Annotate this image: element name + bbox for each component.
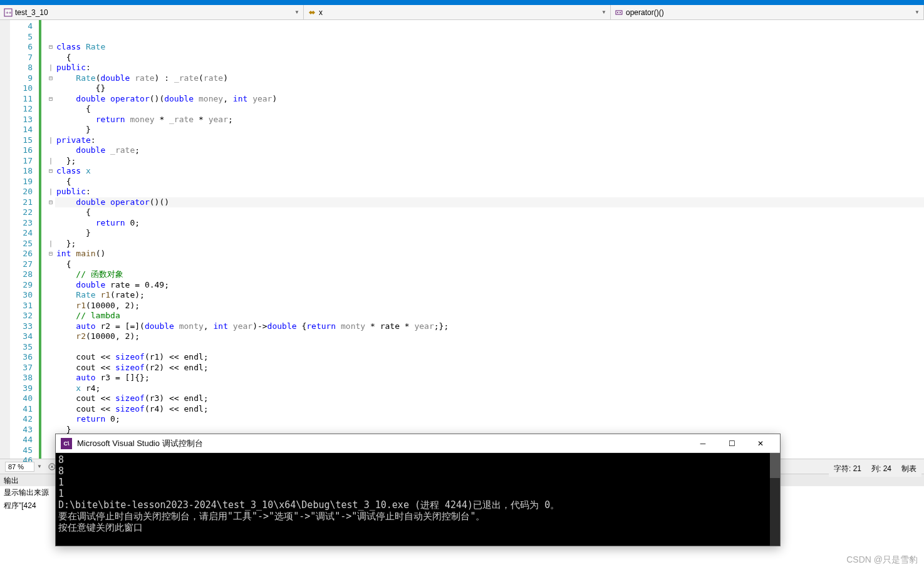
scrollbar-thumb[interactable] xyxy=(770,453,780,478)
line-number: 6 xyxy=(10,42,33,53)
fold-guide xyxy=(46,32,55,43)
fold-guide xyxy=(46,311,55,321)
code-line[interactable]: auto r3 = []{}; xyxy=(55,373,924,383)
code-line[interactable]: { xyxy=(55,104,924,115)
fold-guide xyxy=(46,177,55,187)
code-line[interactable]: { xyxy=(55,207,924,218)
scope-dropdown-class[interactable]: x ▼ xyxy=(304,5,611,19)
line-number: 9 xyxy=(10,73,33,84)
code-line[interactable]: { xyxy=(55,259,924,270)
fold-toggle[interactable]: ⊟ xyxy=(46,249,55,259)
fold-toggle[interactable]: ⊟ xyxy=(46,73,55,84)
vs-icon: C\ xyxy=(61,438,72,449)
chevron-down-icon: ▼ xyxy=(601,9,606,15)
svg-rect-2 xyxy=(616,11,622,14)
code-line[interactable]: } xyxy=(55,125,924,135)
code-line[interactable]: {} xyxy=(55,83,924,94)
code-line[interactable]: int main() xyxy=(55,249,924,259)
code-line[interactable] xyxy=(55,21,924,32)
watermark: CSDN @只是雪豹 xyxy=(846,554,918,566)
zoom-dropdown[interactable]: 87 % xyxy=(5,462,34,472)
zoom-control[interactable]: 87 % ▼ xyxy=(5,462,42,472)
code-line[interactable]: // lambda xyxy=(55,311,924,321)
code-line[interactable]: r1(10000, 2); xyxy=(55,301,924,311)
line-number: 23 xyxy=(10,218,33,229)
line-number: 38 xyxy=(10,373,33,383)
code-line[interactable]: { xyxy=(55,177,924,187)
scope-dropdown-file[interactable]: ++ test_3_10 ▼ xyxy=(0,5,304,19)
code-line[interactable]: }; xyxy=(55,156,924,167)
fold-guide xyxy=(46,342,55,353)
line-number: 32 xyxy=(10,311,33,321)
code-line[interactable]: class Rate xyxy=(55,42,924,53)
fold-toggle[interactable]: ⊟ xyxy=(46,94,55,105)
console-scrollbar[interactable] xyxy=(770,453,780,546)
line-number: 16 xyxy=(10,145,33,156)
console-output[interactable]: 8811D:\bite\bite-lesson2023-2024\test_3_… xyxy=(56,453,780,546)
console-titlebar[interactable]: C\ Microsoft Visual Studio 调试控制台 ─ ☐ ✕ xyxy=(56,434,780,453)
code-line[interactable]: cout << sizeof(r1) << endl; xyxy=(55,352,924,363)
line-number: 13 xyxy=(10,115,33,125)
line-number: 43 xyxy=(10,425,33,435)
line-number: 8 xyxy=(10,63,33,73)
code-line[interactable] xyxy=(55,32,924,43)
line-number: 26 xyxy=(10,249,33,259)
line-number: 25 xyxy=(10,239,33,249)
code-line[interactable]: }; xyxy=(55,239,924,249)
code-line[interactable]: cout << sizeof(r3) << endl; xyxy=(55,393,924,404)
code-text[interactable]: class Rate {public: Rate(double rate) : … xyxy=(55,20,924,459)
console-line: 1 xyxy=(58,488,777,499)
line-number: 15 xyxy=(10,135,33,146)
code-editor[interactable]: 4567891011121314151617181920212223242526… xyxy=(0,20,924,459)
console-line: 8 xyxy=(58,465,777,477)
close-button[interactable]: ✕ xyxy=(746,435,775,452)
code-line[interactable]: Rate(double rate) : _rate(rate) xyxy=(55,73,924,84)
code-line[interactable]: private: xyxy=(55,135,924,146)
fold-guide: | xyxy=(46,239,55,249)
code-line[interactable]: Rate r1(rate); xyxy=(55,290,924,301)
code-line[interactable]: auto r2 = [=](double monty, int year)->d… xyxy=(55,321,924,332)
fold-guide xyxy=(46,414,55,425)
line-number: 34 xyxy=(10,331,33,342)
code-line[interactable]: double rate = 0.49; xyxy=(55,280,924,291)
code-line[interactable]: { xyxy=(55,53,924,63)
code-line[interactable]: double operator()() xyxy=(55,197,924,208)
svg-point-4 xyxy=(620,12,621,13)
code-line[interactable]: double operator()(double money, int year… xyxy=(55,94,924,105)
code-line[interactable]: return money * _rate * year; xyxy=(55,115,924,125)
output-source-label: 显示输出来源 xyxy=(4,488,49,497)
code-line[interactable]: cout << sizeof(r4) << endl; xyxy=(55,404,924,415)
method-icon xyxy=(615,8,623,17)
code-line[interactable]: // 函数对象 xyxy=(55,269,924,280)
code-line[interactable]: public: xyxy=(55,187,924,197)
fold-guide xyxy=(46,259,55,270)
line-number: 14 xyxy=(10,125,33,135)
console-title: Microsoft Visual Studio 调试控制台 xyxy=(77,438,688,449)
code-line[interactable] xyxy=(55,342,924,353)
code-line[interactable]: double _rate; xyxy=(55,145,924,156)
code-line[interactable]: } xyxy=(55,228,924,239)
line-number: 27 xyxy=(10,259,33,270)
line-number: 37 xyxy=(10,363,33,373)
fold-guide xyxy=(46,218,55,229)
code-line[interactable]: return 0; xyxy=(55,414,924,425)
line-number: 24 xyxy=(10,228,33,239)
minimize-button[interactable]: ─ xyxy=(688,435,717,452)
fold-toggle[interactable]: ⊟ xyxy=(46,42,55,53)
code-line[interactable]: return 0; xyxy=(55,218,924,229)
code-line[interactable]: x r4; xyxy=(55,383,924,394)
fold-margin[interactable]: ⊟|⊟⊟||⊟|⊟|⊟ xyxy=(46,20,55,459)
scope-member-label: operator()() xyxy=(626,8,664,17)
scope-class-label: x xyxy=(319,8,323,17)
scope-dropdown-member[interactable]: operator()() ▼ xyxy=(611,5,924,19)
fold-toggle[interactable]: ⊟ xyxy=(46,166,55,177)
maximize-button[interactable]: ☐ xyxy=(717,435,746,452)
code-line[interactable]: cout << sizeof(r2) << endl; xyxy=(55,363,924,373)
code-line[interactable]: class x xyxy=(55,166,924,177)
class-icon xyxy=(308,8,316,17)
fold-toggle[interactable]: ⊟ xyxy=(46,197,55,208)
line-number: 19 xyxy=(10,177,33,187)
code-line[interactable]: r2(10000, 2); xyxy=(55,331,924,342)
line-number: 39 xyxy=(10,383,33,394)
code-line[interactable]: public: xyxy=(55,63,924,73)
